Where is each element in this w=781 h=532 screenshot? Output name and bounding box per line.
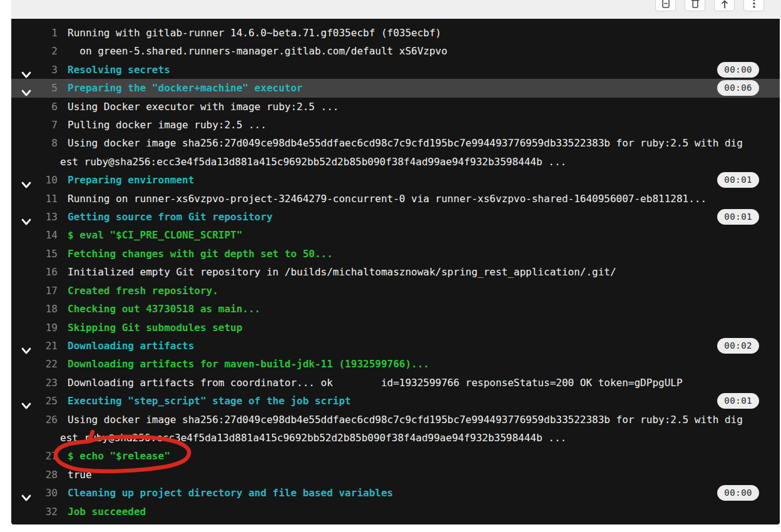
raw-log-button[interactable] — [655, 0, 676, 11]
log-line-row: 18Checking out 43730518 as main... — [11, 300, 780, 318]
log-line-text: $ eval "$CI_PRE_CLONE_SCRIPT" — [60, 226, 745, 244]
log-line-text: Running on runner-xs6vzpvo-project-32464… — [60, 190, 745, 208]
raw-file-icon — [661, 0, 670, 9]
log-line-row: 2 on green-5.shared.runners-manager.gitl… — [11, 42, 780, 60]
log-line-text: $ echo "$release" — [60, 447, 745, 465]
line-number: 10 — [11, 171, 58, 189]
log-line-row: 8Using docker image sha256:27d049ce98db4… — [11, 134, 780, 171]
line-number: 25 — [11, 392, 58, 410]
line-number: 27 — [11, 447, 58, 465]
log-line-text: Executing "step_script" stage of the job… — [60, 392, 745, 410]
log-line-text: Resolving secrets — [60, 61, 745, 79]
line-number: 11 — [11, 190, 58, 208]
line-number: 2 — [11, 42, 58, 60]
log-line-text: Downloading artifacts for maven-build-jd… — [60, 355, 745, 373]
log-line-text: Preparing environment — [60, 171, 745, 189]
line-number: 8 — [11, 134, 58, 152]
job-log-page: 1Running with gitlab-runner 14.6.0~beta.… — [0, 0, 781, 532]
log-line-text: Downloading artifacts from coordinator..… — [60, 374, 745, 392]
duration-badge: 00:00 — [717, 485, 759, 501]
line-number: 21 — [11, 337, 58, 355]
log-line-text: Pulling docker image ruby:2.5 ... — [60, 116, 745, 134]
log-line-text: Getting source from Git repository — [60, 208, 745, 226]
duration-badge: 00:02 — [717, 338, 759, 354]
duration-badge: 00:01 — [717, 172, 759, 188]
arrow-up-icon — [720, 0, 729, 9]
line-number: 6 — [11, 98, 58, 116]
log-section-header-row[interactable]: 30Cleaning up project directory and file… — [11, 484, 780, 502]
log-line-text: Fetching changes with git depth set to 5… — [60, 245, 745, 263]
log-line-text: Using Docker executor with image ruby:2.… — [60, 98, 745, 116]
log-line-row: 7Pulling docker image ruby:2.5 ... — [11, 116, 780, 134]
trash-icon — [691, 0, 700, 9]
line-number: 22 — [11, 355, 58, 373]
line-number: 17 — [11, 282, 58, 300]
line-number: 26 — [11, 411, 58, 429]
log-line-text: Using docker image sha256:27d049ce98db4e… — [60, 134, 745, 171]
log-line-text: Skipping Git submodules setup — [60, 319, 745, 337]
line-number: 23 — [11, 374, 58, 392]
kebab-menu-icon — [750, 0, 758, 9]
log-section-header-row[interactable]: 25Executing "step_script" stage of the j… — [11, 392, 780, 410]
job-log-terminal: 1Running with gitlab-runner 14.6.0~beta.… — [11, 19, 780, 524]
line-number: 3 — [11, 61, 58, 79]
log-line-text: Downloading artifacts — [60, 337, 745, 355]
log-line-row: 17Created fresh repository. — [11, 282, 780, 300]
log-line-row: 1Running with gitlab-runner 14.6.0~beta.… — [11, 24, 780, 42]
log-line-text: Created fresh repository. — [60, 282, 745, 300]
log-section-header-row[interactable]: 3Resolving secrets00:00 — [11, 61, 780, 79]
log-section-header-row[interactable]: 21Downloading artifacts00:02 — [11, 337, 780, 355]
log-line-text: Job succeeded — [60, 503, 745, 521]
line-number: 32 — [11, 503, 58, 521]
duration-badge: 00:01 — [717, 209, 759, 225]
log-line-text: Initialized empty Git repository in /bui… — [60, 263, 745, 281]
scroll-top-button[interactable] — [714, 0, 735, 11]
log-line-row: 11Running on runner-xs6vzpvo-project-324… — [11, 190, 780, 208]
duration-badge: 00:00 — [717, 62, 759, 78]
line-number: 30 — [11, 484, 58, 502]
log-line-row: 28true — [11, 466, 780, 484]
log-line-row: 23Downloading artifacts from coordinator… — [11, 374, 780, 392]
line-number: 5 — [11, 79, 58, 97]
duration-badge: 00:01 — [717, 393, 759, 409]
log-line-row: 15Fetching changes with git depth set to… — [11, 245, 780, 263]
log-section-header-row[interactable]: 13Getting source from Git repository00:0… — [11, 208, 780, 226]
line-number: 14 — [11, 226, 58, 244]
log-line-text: Using docker image sha256:27d049ce98db4e… — [60, 411, 745, 448]
log-section-header-row[interactable]: 10Preparing environment00:01 — [11, 171, 780, 189]
line-number: 28 — [11, 466, 58, 484]
line-number: 19 — [11, 319, 58, 337]
log-line-text: Checking out 43730518 as main... — [60, 300, 745, 318]
log-section-header-row[interactable]: 5Preparing the "docker+machine" executor… — [11, 79, 780, 97]
more-actions-button[interactable] — [743, 0, 764, 11]
log-line-text: true — [60, 466, 745, 484]
log-line-text: Running with gitlab-runner 14.6.0~beta.7… — [60, 24, 745, 42]
log-line-row: 14$ eval "$CI_PRE_CLONE_SCRIPT" — [11, 226, 780, 244]
line-number: 18 — [11, 300, 58, 318]
log-line-row: 22Downloading artifacts for maven-build-… — [11, 355, 780, 373]
log-line-row: 27$ echo "$release" — [11, 447, 780, 465]
log-line-row: 16Initialized empty Git repository in /b… — [11, 263, 780, 281]
log-line-row: 26Using docker image sha256:27d049ce98db… — [11, 411, 780, 448]
duration-badge: 00:06 — [717, 80, 759, 96]
erase-log-button[interactable] — [685, 0, 705, 11]
log-line-row: 6Using Docker executor with image ruby:2… — [11, 98, 780, 116]
log-line-text: Preparing the "docker+machine" executor — [60, 79, 745, 97]
log-line-row: 32Job succeeded — [11, 503, 780, 521]
line-number: 16 — [11, 263, 58, 281]
log-line-text: on green-5.shared.runners-manager.gitlab… — [60, 42, 745, 60]
line-number: 15 — [11, 245, 58, 263]
log-line-row: 19Skipping Git submodules setup — [11, 319, 780, 337]
line-number: 7 — [11, 116, 58, 134]
line-number: 1 — [11, 24, 58, 42]
log-line-text: Cleaning up project directory and file b… — [60, 484, 745, 502]
line-number: 13 — [11, 208, 58, 226]
